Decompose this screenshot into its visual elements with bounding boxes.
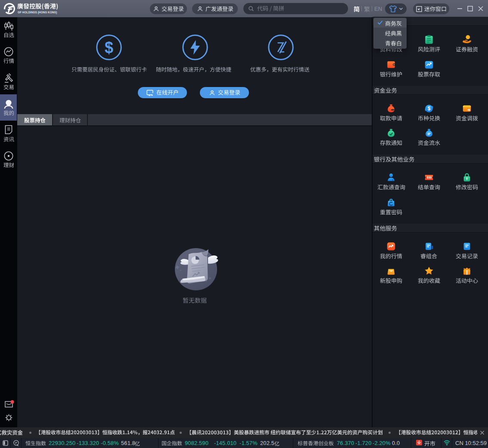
svg-text:$: $ xyxy=(428,106,431,112)
svg-text:$: $ xyxy=(105,39,113,56)
